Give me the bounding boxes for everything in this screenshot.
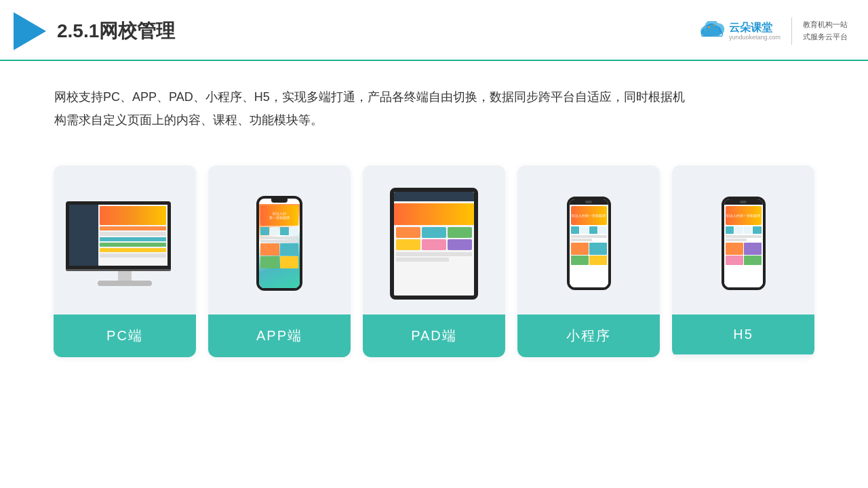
card-app-label: APP端 <box>208 314 351 357</box>
tablet-screen <box>394 192 474 296</box>
brand-logo: 云朵课堂 yunduoketang.com 教育机构一站 式服务云平台 <box>695 18 848 45</box>
svg-point-1 <box>713 24 715 26</box>
card-h5-image: 职达人的第一堂刷题课 <box>672 165 814 314</box>
header: 2.5.1网校管理 云朵课堂 yunduoketang.com 教育机构一站 式… <box>0 0 868 61</box>
svg-point-0 <box>708 26 710 28</box>
card-miniapp-label: 小程序 <box>517 314 660 357</box>
card-app-image: 职达人的第一堂刷题课 <box>208 165 351 314</box>
brand-name: 云朵课堂 <box>729 21 781 34</box>
miniphone-screen: 职达人的第一堂刷题课 <box>570 205 608 287</box>
phone-device: 职达人的第一堂刷题课 <box>256 196 302 291</box>
brand-url: yunduoketang.com <box>729 34 781 41</box>
play-icon <box>14 12 46 50</box>
header-left: 2.5.1网校管理 <box>14 12 175 50</box>
card-pc-label: PC端 <box>54 314 196 357</box>
card-h5-label: H5 <box>672 314 814 354</box>
card-pad-image <box>363 165 505 314</box>
h5-phone-screen: 职达人的第一堂刷题课 <box>724 205 763 287</box>
card-miniapp: 职达人的第一堂刷题课 <box>517 165 660 357</box>
slogan-line1: 教育机构一站 <box>803 19 848 31</box>
miniphone-device: 职达人的第一堂刷题课 <box>567 197 611 290</box>
slogan: 教育机构一站 式服务云平台 <box>803 19 848 43</box>
cloud-icon <box>695 21 725 41</box>
brand-text: 云朵课堂 yunduoketang.com <box>729 21 781 41</box>
desktop-device <box>66 201 184 286</box>
card-app: 职达人的第一堂刷题课 <box>208 165 351 357</box>
header-right: 云朵课堂 yunduoketang.com 教育机构一站 式服务云平台 <box>695 18 848 45</box>
platform-cards: PC端 职达人的第一堂刷题课 <box>0 152 868 378</box>
divider <box>791 18 792 45</box>
svg-point-2 <box>705 29 706 30</box>
card-h5: 职达人的第一堂刷题课 <box>672 165 814 357</box>
card-pad-label: PAD端 <box>363 314 505 357</box>
h5-phone-device: 职达人的第一堂刷题课 <box>722 197 766 290</box>
card-pc: PC端 <box>54 165 196 357</box>
page-title: 2.5.1网校管理 <box>57 18 175 44</box>
phone-notch <box>271 199 288 203</box>
card-miniapp-image: 职达人的第一堂刷题课 <box>517 165 660 314</box>
tablet-device <box>390 188 478 300</box>
slogan-line2: 式服务云平台 <box>803 31 848 43</box>
description-text: 网校支持PC、APP、PAD、小程序、H5，实现多端打通，产品各终端自由切换，数… <box>0 61 746 145</box>
card-pad: PAD端 <box>363 165 505 357</box>
desktop-screen <box>66 201 171 269</box>
card-pc-image <box>54 165 196 314</box>
phone-screen: 职达人的第一堂刷题课 <box>259 204 300 288</box>
